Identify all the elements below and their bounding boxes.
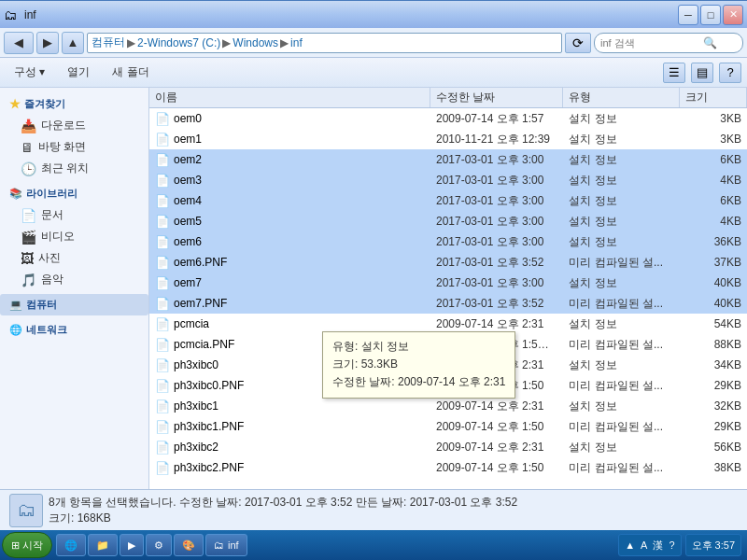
taskbar-window-label: inf [228, 539, 239, 551]
sidebar-item-music-label: 음악 [41, 272, 63, 287]
file-name: ph3xibc0.PNF [174, 379, 244, 392]
sidebar-item-photos[interactable]: 🖼 사진 [0, 247, 148, 269]
file-date: 2009-07-14 오후 1:50 [430, 416, 563, 437]
start-label: 시작 [22, 539, 43, 553]
tooltip-type-label: 유형: [332, 340, 358, 353]
sidebar-item-music[interactable]: 🎵 음악 [0, 269, 148, 290]
file-name: ph3xibc1 [174, 399, 218, 413]
file-date: 2017-03-01 오후 3:00 [430, 273, 563, 293]
file-name: oem1 [174, 133, 202, 146]
file-size: 29KB [680, 375, 747, 396]
taskbar-window-item[interactable]: 🗂 inf [205, 534, 247, 556]
file-name: ph3xibc0 [174, 358, 218, 371]
file-icon: 📄 [155, 338, 170, 352]
preview-button[interactable]: ▤ [691, 63, 713, 83]
status-icon: 🗂 [9, 494, 43, 527]
table-row[interactable]: 📄 ph3xibc1 2009-07-14 오후 2:31 설치 정보 32KB [149, 396, 747, 416]
back-button[interactable]: ◀ [4, 32, 34, 54]
table-row[interactable]: 📄 oem1 2010-11-21 오후 12:39 설치 정보 3KB [149, 129, 747, 149]
table-row[interactable]: 📄 oem7 2017-03-01 오후 3:00 설치 정보 40KB [149, 273, 747, 293]
minimize-button[interactable]: ─ [678, 5, 698, 25]
file-size: 6KB [680, 190, 747, 211]
table-row[interactable]: 📄 ph3xibc2 2009-07-14 오후 2:31 설치 정보 56KB [149, 437, 747, 457]
file-date: 2009-07-14 오후 2:31 [430, 396, 563, 416]
file-type: 미리 컴파일된 설... [563, 293, 680, 314]
file-name: oem7.PNF [174, 297, 227, 310]
view-options-button[interactable]: ☰ [663, 63, 685, 83]
tray-a-icon: A [641, 539, 647, 551]
file-date: 2017-03-01 오후 3:00 [430, 211, 563, 231]
file-name: ph3xibc1.PNF [174, 420, 244, 433]
file-icon: 📄 [155, 399, 170, 413]
col-header-size[interactable]: 크기 [680, 88, 747, 107]
file-type: 설치 정보 [563, 314, 680, 334]
file-date: 2017-03-01 오후 3:52 [430, 293, 563, 314]
libraries-header[interactable]: 📚 라이브러리 [0, 183, 148, 204]
tooltip-size: 크기: 53.3KB [332, 356, 505, 373]
file-name: oem6.PNF [174, 256, 227, 269]
taskbar-paint-icon[interactable]: 🎨 [174, 534, 204, 556]
sidebar-item-download[interactable]: 📥 다운로드 [0, 115, 148, 136]
address-bar: ◀ ▶ ▲ 컴퓨터 ▶ 2-Windows7 (C:) ▶ Windows ▶ … [0, 28, 747, 58]
file-size: 54KB [680, 314, 747, 334]
toolbar: 구성 ▾ 열기 새 폴더 ☰ ▤ ? [0, 58, 747, 88]
file-date: 2017-03-01 오후 3:00 [430, 190, 563, 211]
file-size: 34KB [680, 355, 747, 375]
path-computer: 컴퓨터 [92, 35, 125, 50]
table-row[interactable]: 📄 oem4 2017-03-01 오후 3:00 설치 정보 6KB [149, 190, 747, 211]
taskbar-browser-icon[interactable]: 🌐 [56, 534, 86, 556]
computer-icon: 💻 [9, 299, 22, 311]
table-row[interactable]: 📄 oem5 2017-03-01 오후 3:00 설치 정보 4KB [149, 211, 747, 231]
forward-button[interactable]: ▶ [36, 32, 59, 54]
help-button[interactable]: ? [719, 63, 741, 83]
up-button[interactable]: ▲ [62, 32, 84, 54]
favorites-header[interactable]: ★ 즐겨찾기 [0, 93, 148, 115]
open-button[interactable]: 열기 [59, 62, 98, 84]
file-name: ph3xibc2.PNF [174, 461, 244, 474]
address-path[interactable]: 컴퓨터 ▶ 2-Windows7 (C:) ▶ Windows ▶ inf [87, 33, 562, 53]
col-header-name[interactable]: 이름 [149, 88, 430, 107]
sidebar-item-docs[interactable]: 📄 문서 [0, 204, 148, 226]
recent-icon: 🕒 [21, 161, 36, 176]
sidebar-item-video[interactable]: 🎬 비디오 [0, 226, 148, 247]
table-row[interactable]: 📄 oem6.PNF 2017-03-01 오후 3:52 미리 컴파일된 설.… [149, 252, 747, 273]
tray-icon-1: ▲ [625, 539, 635, 551]
table-row[interactable]: 📄 oem0 2009-07-14 오후 1:57 설치 정보 3KB [149, 108, 747, 129]
file-type: 설치 정보 [563, 231, 680, 252]
start-button[interactable]: ⊞ 시작 [2, 532, 52, 558]
file-date: 2017-03-01 오후 3:52 [430, 252, 563, 273]
sidebar-item-desktop[interactable]: 🖥 바탕 화면 [0, 136, 148, 158]
table-row[interactable]: 📄 ph3xibc1.PNF 2009-07-14 오후 1:50 미리 컴파일… [149, 416, 747, 437]
close-button[interactable]: ✕ [723, 5, 743, 25]
taskbar-media-icon[interactable]: ▶ [120, 534, 144, 556]
organize-button[interactable]: 구성 ▾ [6, 62, 53, 84]
file-type: 설치 정보 [563, 190, 680, 211]
new-folder-button[interactable]: 새 폴더 [104, 62, 157, 84]
file-date: 2010-11-21 오후 12:39 [430, 129, 563, 149]
file-date: 2009-07-14 오후 1:57 [430, 108, 563, 129]
taskbar-explorer-icon[interactable]: 📁 [88, 534, 118, 556]
network-header[interactable]: 🌐 네트워크 [0, 319, 148, 341]
search-input[interactable] [600, 37, 703, 49]
computer-header[interactable]: 💻 컴퓨터 [0, 294, 148, 315]
table-row[interactable]: 📄 oem3 2017-03-01 오후 3:00 설치 정보 4KB [149, 170, 747, 190]
sidebar-item-recent[interactable]: 🕒 최근 위치 [0, 158, 148, 179]
table-row[interactable]: 📄 oem7.PNF 2017-03-01 오후 3:52 미리 컴파일된 설.… [149, 293, 747, 314]
network-section: 🌐 네트워크 [0, 319, 148, 341]
table-row[interactable]: 📄 ph3xibc2.PNF 2009-07-14 오후 1:50 미리 컴파일… [149, 457, 747, 478]
table-row[interactable]: 📄 oem6 2017-03-01 오후 3:00 설치 정보 36KB [149, 231, 747, 252]
system-tray[interactable]: ▲ A 漢 ? [618, 534, 681, 556]
file-name: oem6 [174, 235, 202, 248]
refresh-button[interactable]: ⟳ [565, 33, 591, 53]
tray-han-icon: 漢 [653, 539, 663, 553]
col-header-type[interactable]: 유형 [563, 88, 680, 107]
file-name: oem3 [174, 174, 202, 187]
table-row[interactable]: 📄 oem2 2017-03-01 오후 3:00 설치 정보 6KB [149, 149, 747, 170]
taskbar-settings-icon[interactable]: ⚙ [146, 534, 172, 556]
col-header-date[interactable]: 수정한 날짜 [430, 88, 563, 107]
clock[interactable]: 오후 3:57 [685, 534, 741, 556]
file-icon: 📄 [155, 174, 170, 188]
search-box[interactable]: 🔍 [594, 33, 743, 53]
file-size: 29KB [680, 416, 747, 437]
maximize-button[interactable]: □ [700, 5, 721, 25]
